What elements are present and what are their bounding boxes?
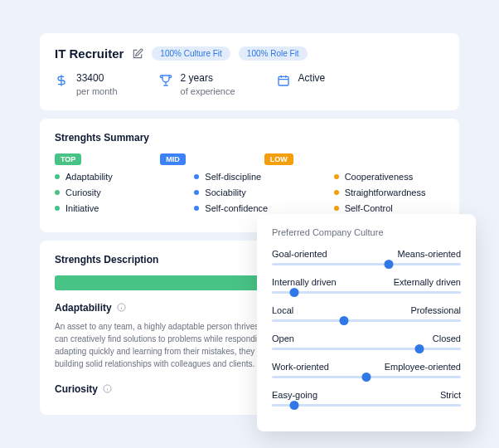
slider-labels: OpenClosed bbox=[272, 334, 461, 343]
strength-item: Self-confidence bbox=[194, 203, 304, 213]
trophy-icon bbox=[159, 74, 172, 87]
strength-text: Initiative bbox=[65, 203, 99, 213]
slider-labels: LocalProfessional bbox=[272, 305, 461, 315]
page-title: IT Recruiter bbox=[55, 46, 124, 61]
dot-icon bbox=[194, 190, 199, 195]
dot-icon bbox=[194, 206, 199, 211]
svg-rect-0 bbox=[279, 76, 288, 85]
slider-row: Work-orientedEmployee-oriented bbox=[272, 362, 461, 378]
top-col: Adaptability Curiosity Initiative bbox=[55, 172, 165, 219]
strength-text: Cooperativeness bbox=[345, 172, 414, 182]
slider-thumb[interactable] bbox=[385, 260, 394, 269]
salary-value: 33400 bbox=[76, 72, 118, 85]
strength-item: Initiative bbox=[55, 203, 165, 213]
slider-right-label: Externally driven bbox=[394, 277, 461, 287]
culture-panel: Preferred Company Culture Goal-orientedM… bbox=[257, 214, 476, 431]
strength-item: Sociability bbox=[194, 187, 304, 197]
dollar-icon bbox=[55, 74, 68, 87]
strength-text: Self-discipline bbox=[205, 172, 261, 182]
strength-text: Self-confidence bbox=[205, 203, 268, 213]
low-col: Cooperativeness Straightforwardness Self… bbox=[334, 172, 444, 219]
dot-icon bbox=[334, 190, 339, 195]
slider-right-label: Strict bbox=[440, 390, 461, 400]
strength-text: Straightforwardness bbox=[345, 187, 426, 197]
experience-sub: of experience bbox=[181, 85, 235, 97]
status-value: Active bbox=[298, 72, 326, 85]
summary-title: Strenghts Summary bbox=[55, 132, 444, 144]
slider-track[interactable] bbox=[272, 291, 461, 294]
low-tag: LOW bbox=[264, 153, 293, 165]
slider-left-label: Easy-going bbox=[272, 390, 317, 400]
desc-item-title: Adaptability bbox=[55, 302, 112, 314]
experience-stat: 2 years of experience bbox=[159, 72, 235, 97]
slider-right-label: Means-oriented bbox=[398, 249, 461, 259]
strength-item: Straightforwardness bbox=[334, 187, 444, 197]
slider-labels: Goal-orientedMeans-oriented bbox=[272, 249, 461, 259]
slider-track[interactable] bbox=[272, 376, 461, 378]
salary-sub: per month bbox=[76, 85, 118, 97]
slider-thumb[interactable] bbox=[339, 316, 348, 325]
desc-item-title: Curiosity bbox=[55, 383, 98, 395]
slider-row: Goal-orientedMeans-oriented bbox=[272, 249, 461, 265]
slider-track[interactable] bbox=[272, 348, 461, 350]
slider-track[interactable] bbox=[272, 404, 461, 407]
strength-text: Adaptability bbox=[65, 172, 113, 182]
role-fit-badge: 100% Role Fit bbox=[239, 46, 308, 61]
strength-text: Self-Control bbox=[345, 203, 393, 213]
top-tag: TOP bbox=[55, 153, 81, 165]
strength-item: Adaptability bbox=[55, 172, 165, 182]
app-container: IT Recruiter 100% Culture Fit 100% Role … bbox=[0, 0, 499, 448]
dot-icon bbox=[55, 174, 60, 179]
mid-tag: MID bbox=[160, 153, 186, 165]
salary-stat: 33400 per month bbox=[55, 72, 118, 97]
strength-item: Self-Control bbox=[334, 203, 444, 213]
strengths-cols: Adaptability Curiosity Initiative Self-d… bbox=[55, 172, 444, 219]
culture-fit-badge: 100% Culture Fit bbox=[152, 46, 230, 61]
slider-labels: Internally drivenExternally driven bbox=[272, 277, 461, 287]
dot-icon bbox=[334, 174, 339, 179]
slider-right-label: Employee-oriented bbox=[385, 362, 461, 372]
slider-left-label: Open bbox=[272, 334, 294, 343]
slider-thumb[interactable] bbox=[290, 401, 299, 410]
slider-thumb[interactable] bbox=[414, 344, 424, 353]
slider-left-label: Internally driven bbox=[272, 277, 337, 287]
slider-labels: Easy-goingStrict bbox=[272, 390, 461, 400]
slider-thumb[interactable] bbox=[290, 288, 299, 297]
slider-labels: Work-orientedEmployee-oriented bbox=[272, 362, 461, 372]
slider-right-label: Closed bbox=[433, 334, 461, 343]
mid-col: Self-discipline Sociability Self-confide… bbox=[194, 172, 304, 219]
slider-row: LocalProfessional bbox=[272, 305, 461, 322]
tags-row: TOP MID LOW bbox=[55, 153, 444, 165]
culture-title: Preferred Company Culture bbox=[272, 227, 461, 237]
slider-track[interactable] bbox=[272, 263, 461, 265]
status-stat: Active bbox=[277, 72, 326, 87]
calendar-icon bbox=[277, 74, 290, 87]
slider-left-label: Work-oriented bbox=[272, 362, 329, 372]
dot-icon bbox=[334, 206, 339, 211]
slider-row: Easy-goingStrict bbox=[272, 390, 461, 407]
strength-item: Cooperativeness bbox=[334, 172, 444, 182]
slider-row: OpenClosed bbox=[272, 334, 461, 350]
slider-track[interactable] bbox=[272, 319, 461, 322]
strength-text: Curiosity bbox=[65, 187, 101, 197]
header-row: IT Recruiter 100% Culture Fit 100% Role … bbox=[55, 46, 444, 61]
header-card: IT Recruiter 100% Culture Fit 100% Role … bbox=[40, 33, 459, 110]
strength-text: Sociability bbox=[205, 187, 246, 197]
strength-item: Curiosity bbox=[55, 187, 165, 197]
edit-icon[interactable] bbox=[132, 48, 143, 60]
info-icon[interactable] bbox=[117, 303, 126, 312]
experience-value: 2 years bbox=[181, 72, 235, 85]
slider-row: Internally drivenExternally driven bbox=[272, 277, 461, 294]
dot-icon bbox=[55, 190, 60, 195]
dot-icon bbox=[194, 174, 199, 179]
slider-left-label: Local bbox=[272, 305, 293, 315]
slider-thumb[interactable] bbox=[362, 373, 371, 382]
stats-row: 33400 per month 2 years of experience bbox=[55, 72, 444, 97]
info-icon[interactable] bbox=[103, 384, 112, 393]
slider-left-label: Goal-oriented bbox=[272, 249, 327, 259]
strength-item: Self-discipline bbox=[194, 172, 304, 182]
slider-right-label: Professional bbox=[410, 305, 461, 315]
dot-icon bbox=[55, 206, 60, 211]
